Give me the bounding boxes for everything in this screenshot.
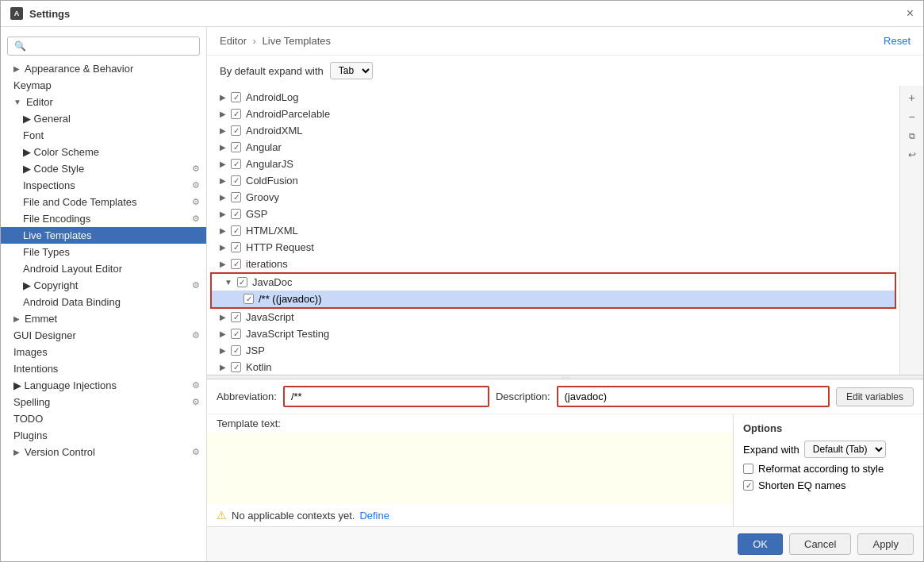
sidebar-item-font[interactable]: Font [1,127,206,144]
group-label: AngularJS [246,158,293,170]
sidebar-item-copyright[interactable]: ▶ Copyright ⚙ [1,277,206,294]
sidebar-item-intentions[interactable]: Intentions [1,360,206,377]
shorten-checkbox[interactable] [743,480,753,491]
group-label: Kotlin [246,361,272,373]
sidebar-item-label: Live Templates [23,229,91,241]
sidebar-item-label: Android Data Binding [23,296,121,308]
tree-group-angularjs[interactable]: ▶ ✓ AngularJS [207,156,899,172]
group-checkbox[interactable]: ✓ [231,175,241,186]
search-input[interactable] [7,37,200,56]
expand-with-dropdown[interactable]: Default (Tab) [804,441,886,458]
tree-group-httprequest[interactable]: ▶ ✓ HTTP Request [207,239,899,256]
sidebar-item-file-encodings[interactable]: File Encodings ⚙ [1,210,206,227]
tree-group-androidlog[interactable]: ▶ ✓ AndroidLog [207,89,899,106]
sidebar-item-plugins[interactable]: Plugins [1,427,206,444]
tree-group-angular[interactable]: ▶ ✓ Angular [207,139,899,156]
group-checkbox[interactable]: ✓ [231,142,241,152]
cancel-button[interactable]: Cancel [789,533,851,555]
group-checkbox[interactable]: ✓ [231,345,241,356]
sidebar-item-live-templates[interactable]: Live Templates [1,227,206,244]
sidebar-item-editor[interactable]: ▼ Editor [1,94,206,110]
abbreviation-input[interactable] [283,386,489,407]
group-checkbox[interactable]: ✓ [231,362,241,372]
group-checkbox[interactable]: ✓ [231,329,241,339]
sidebar-item-gui-designer[interactable]: GUI Designer ⚙ [1,327,206,344]
tree-group-htmlxml[interactable]: ▶ ✓ HTML/XML [207,222,899,239]
description-input[interactable] [557,386,830,407]
sidebar-item-keymap[interactable]: Keymap [1,77,206,94]
close-button[interactable]: × [907,7,914,20]
group-label: Groovy [246,191,279,203]
sidebar-item-label: Emmet [25,313,57,325]
add-button[interactable]: + [903,89,921,106]
tree-group-iterations[interactable]: ▶ ✓ iterations [207,256,899,272]
group-checkbox[interactable]: ✓ [231,92,241,102]
sidebar-item-version-control[interactable]: ▶ Version Control ⚙ [1,444,206,460]
tree-group-coldfusion[interactable]: ▶ ✓ ColdFusion [207,172,899,189]
sidebar-item-inspections[interactable]: Inspections ⚙ [1,177,206,194]
group-checkbox[interactable]: ✓ [231,159,241,169]
sidebar-toolbar: + − ⧉ ↩ [899,86,923,375]
group-checkbox[interactable]: ✓ [231,125,241,136]
group-checkbox[interactable]: ✓ [231,242,241,252]
sidebar-item-file-types[interactable]: File Types [1,244,206,260]
child-checkbox[interactable]: ✓ [243,294,254,304]
sidebar-item-label: Spelling [13,396,50,408]
copy-button[interactable]: ⧉ [903,127,921,144]
expand-with-label: Expand with [743,444,799,456]
sidebar-item-images[interactable]: Images [1,344,206,360]
sidebar-item-label: Editor [26,96,53,108]
apply-button[interactable]: Apply [857,533,914,555]
sidebar-item-code-style[interactable]: ▶ Code Style ⚙ [1,160,206,177]
sidebar-item-general[interactable]: ▶ General [1,110,206,127]
group-checkbox[interactable]: ✓ [231,259,241,269]
sidebar-item-language-injections[interactable]: ▶ Language Injections ⚙ [1,377,206,394]
group-checkbox[interactable]: ✓ [237,277,247,287]
expand-dropdown[interactable]: Tab [330,62,373,79]
tree-group-jsp[interactable]: ▶ ✓ JSP [207,342,899,359]
tree-group-javascript[interactable]: ▶ ✓ JavaScript [207,309,899,325]
sidebar-item-file-code-templates[interactable]: File and Code Templates ⚙ [1,194,206,210]
group-label: JavaDoc [252,276,293,288]
sidebar-item-android-layout-editor[interactable]: Android Layout Editor [1,260,206,277]
tree-group-groovy[interactable]: ▶ ✓ Groovy [207,189,899,206]
group-checkbox[interactable]: ✓ [231,109,241,119]
reset-template-button[interactable]: ↩ [903,146,921,164]
reformat-checkbox[interactable] [743,464,753,474]
group-label: Angular [246,141,282,153]
sidebar-item-label: Android Layout Editor [23,263,122,275]
group-label: JavaScript [246,311,294,323]
tree-item-javadoc-child[interactable]: ✓ /** ((javadoc)) [212,291,895,307]
group-label: HTTP Request [246,241,314,253]
dialog-title: Settings [29,8,70,20]
sidebar-item-emmet[interactable]: ▶ Emmet [1,310,206,327]
tree-group-androidxml[interactable]: ▶ ✓ AndroidXML [207,122,899,139]
sidebar-item-appearance[interactable]: ▶ Appearance & Behavior [1,60,206,77]
sidebar-item-color-scheme[interactable]: ▶ Color Scheme [1,144,206,160]
group-checkbox[interactable]: ✓ [231,192,241,202]
group-checkbox[interactable]: ✓ [231,209,241,219]
tree-group-androidparcelable[interactable]: ▶ ✓ AndroidParcelable [207,106,899,122]
tree-group-gsp[interactable]: ▶ ✓ GSP [207,206,899,222]
tree-group-javascripttesting[interactable]: ▶ ✓ JavaScript Testing [207,325,899,342]
sidebar-item-label: Inspections [23,179,75,191]
expand-arrow: ▶ [13,448,20,456]
tree-group-javadoc[interactable]: ▼ ✓ JavaDoc [212,274,895,291]
edit-variables-button[interactable]: Edit variables [836,387,914,406]
ok-button[interactable]: OK [738,533,783,555]
sidebar-item-spelling[interactable]: Spelling ⚙ [1,394,206,410]
tree-group-kotlin[interactable]: ▶ ✓ Kotlin [207,359,899,375]
template-textarea[interactable] [207,433,733,504]
breadcrumb-separator: › [253,35,259,47]
description-label: Description: [496,391,550,402]
remove-button[interactable]: − [903,108,921,125]
template-text-options-row: Template text: ⚠ No applicable contexts … [207,414,923,526]
sidebar-item-android-data-binding[interactable]: Android Data Binding [1,294,206,310]
group-label: AndroidLog [246,91,299,103]
group-checkbox[interactable]: ✓ [231,312,241,322]
define-link[interactable]: Define [359,510,389,522]
group-checkbox[interactable]: ✓ [231,225,241,236]
sidebar-item-todo[interactable]: TODO [1,410,206,427]
settings-icon: ⚙ [192,164,200,174]
reset-button[interactable]: Reset [884,35,911,47]
